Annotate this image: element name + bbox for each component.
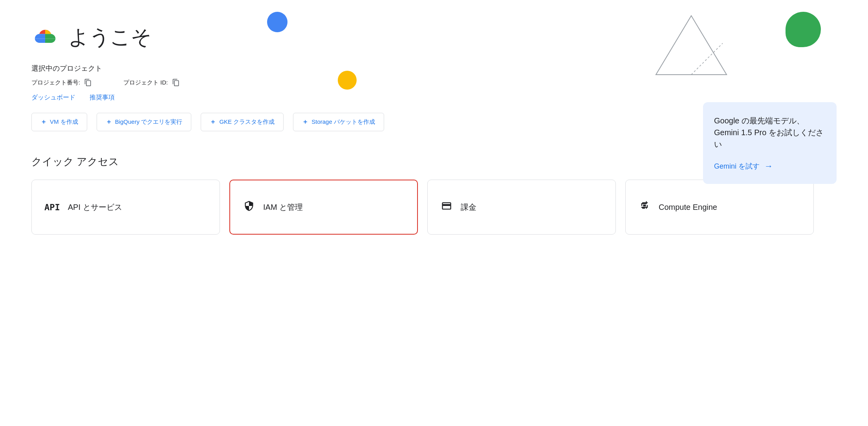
arrow-right-icon: → (764, 161, 773, 171)
create-vm-button[interactable]: ＋ VM を作成 (31, 113, 87, 131)
iam-label: IAM と管理 (263, 202, 303, 213)
billing-icon (440, 200, 453, 214)
gemini-try-label: Gemini を試す (714, 162, 760, 171)
billing-card[interactable]: 課金 (427, 180, 616, 235)
billing-label: 課金 (461, 202, 476, 213)
project-number-label: プロジェクト番号: (31, 79, 80, 86)
project-info-row: プロジェクト番号: プロジェクト ID: (31, 79, 837, 86)
plus-icon-storage: ＋ (302, 118, 308, 126)
selected-project-label: 選択中のプロジェクト (31, 64, 837, 73)
api-services-label: API とサービス (68, 202, 122, 213)
gemini-card-text: Google の最先端モデル、Gemini 1.5 Pro をお試しください (714, 115, 826, 150)
shield-icon (243, 200, 255, 214)
gcp-logo (31, 26, 59, 48)
chip-icon (638, 200, 651, 214)
compute-engine-label: Compute Engine (659, 203, 717, 212)
iam-card[interactable]: IAM と管理 (229, 180, 418, 235)
project-number-item: プロジェクト番号: (31, 79, 92, 86)
plus-icon-vm: ＋ (40, 118, 47, 126)
project-links: ダッシュボード 推奨事項 (31, 94, 837, 102)
bigquery-label: BigQuery でクエリを実行 (115, 118, 183, 126)
bigquery-button[interactable]: ＋ BigQuery でクエリを実行 (97, 113, 192, 131)
gke-label: GKE クラスタを作成 (219, 118, 275, 126)
create-vm-label: VM を作成 (50, 118, 78, 126)
copy-project-id-icon[interactable] (172, 79, 180, 86)
gke-button[interactable]: ＋ GKE クラスタを作成 (201, 113, 284, 131)
api-icon: API (44, 202, 60, 212)
project-section: 選択中のプロジェクト プロジェクト番号: プロジェクト ID: ダッシュボード … (31, 64, 837, 102)
storage-button[interactable]: ＋ Storage バケットを作成 (293, 113, 384, 131)
compute-engine-card[interactable]: Compute Engine (625, 180, 814, 235)
gemini-card: Google の最先端モデル、Gemini 1.5 Pro をお試しください G… (703, 102, 837, 184)
api-services-card[interactable]: API API とサービス (31, 180, 220, 235)
copy-project-number-icon[interactable] (84, 79, 92, 86)
gemini-try-link[interactable]: Gemini を試す → (714, 161, 826, 171)
project-id-label: プロジェクト ID: (123, 79, 168, 86)
plus-icon-gke: ＋ (210, 118, 216, 126)
welcome-title: ようこそ (68, 24, 152, 51)
dashboard-link[interactable]: ダッシュボード (31, 94, 75, 102)
quick-access-cards: API API とサービス IAM と管理 課金 (31, 180, 837, 235)
header-section: ようこそ (31, 24, 837, 51)
recommended-link[interactable]: 推奨事項 (90, 94, 115, 102)
project-id-item: プロジェクト ID: (123, 79, 179, 86)
storage-label: Storage バケットを作成 (311, 118, 375, 126)
plus-icon-bq: ＋ (106, 118, 112, 126)
